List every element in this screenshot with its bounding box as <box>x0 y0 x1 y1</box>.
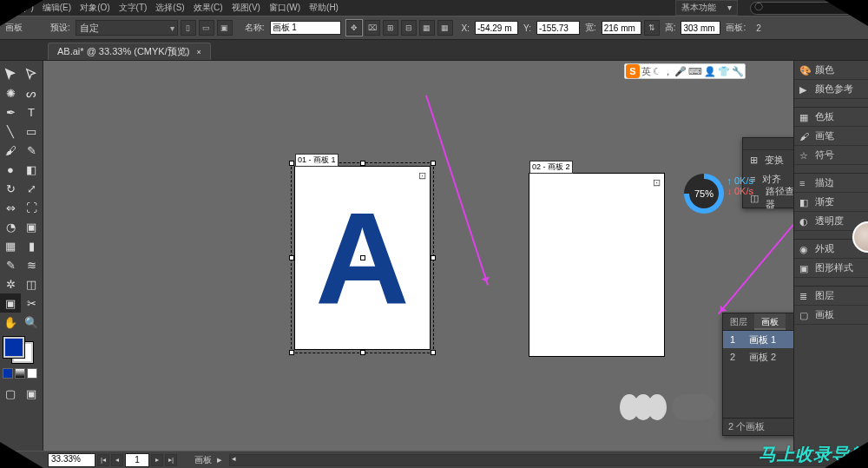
new-artboard-button[interactable]: ▣ <box>217 20 233 36</box>
artboard-2[interactable]: 02 - 画板 2 ⊡ <box>529 174 664 356</box>
panel-header[interactable]: ◂◂ × <box>743 138 793 150</box>
swatch-color[interactable] <box>3 368 13 379</box>
artboards-panel[interactable]: 图层 画板 ▸≡ 1 画板 1 ▫ 2 画板 2 ▫ <box>722 313 793 436</box>
eraser-tool[interactable]: ◧ <box>21 160 42 179</box>
line-tool[interactable]: ╲ <box>0 122 21 141</box>
align-center-button[interactable]: ⊞ <box>383 20 398 36</box>
grid-toggle-1[interactable]: ▦ <box>419 20 435 36</box>
menu-window[interactable]: 窗口(W) <box>269 2 300 14</box>
selection-tool[interactable] <box>0 64 21 83</box>
ime-skin-icon[interactable]: 👕 <box>718 66 730 77</box>
ime-keyboard-icon[interactable]: ⌨ <box>688 66 702 77</box>
perspective-tool[interactable]: ▣ <box>21 217 42 236</box>
nav-first-button[interactable]: |◂ <box>97 454 109 466</box>
panel-layers[interactable]: ≣图层 <box>794 287 868 306</box>
panel-swatches[interactable]: ▦色板 <box>794 108 868 127</box>
lasso-tool[interactable]: ᔕ <box>21 83 42 102</box>
panel-symbols[interactable]: ☆符号 <box>794 146 868 165</box>
nav-next-button[interactable]: ▸ <box>151 454 163 466</box>
ime-comma-icon[interactable]: ， <box>663 65 673 78</box>
resize-handle[interactable] <box>431 255 436 260</box>
orient-landscape-button[interactable]: ▭ <box>199 20 214 36</box>
rectangle-tool[interactable]: ▭ <box>21 122 42 141</box>
ime-toolbar[interactable]: S 英 ☾ ， 🎤 ⌨ 👤 👕 🔧 <box>624 63 746 79</box>
close-tab-icon[interactable]: × <box>196 48 201 56</box>
panel-color-guide[interactable]: ▶颜色参考 <box>794 80 868 99</box>
rotate-tool[interactable]: ↻ <box>0 179 21 198</box>
menu-object[interactable]: 对象(O) <box>80 2 109 14</box>
resize-handle[interactable] <box>360 161 365 166</box>
blend-tool[interactable]: ≋ <box>21 255 42 274</box>
pen-tool[interactable]: ✒ <box>0 102 21 122</box>
hand-tool[interactable]: ✋ <box>0 313 21 332</box>
w-input[interactable]: 216 mm <box>602 21 641 35</box>
align-left-button[interactable]: ⌧ <box>365 20 380 36</box>
symbol-sprayer-tool[interactable]: ✲ <box>0 274 21 293</box>
panel-item-transform[interactable]: ⊞变换 <box>743 150 793 169</box>
ime-tool-icon[interactable]: 🔧 <box>732 66 744 77</box>
preset-select[interactable]: 自定 <box>76 20 178 36</box>
screen-mode-button[interactable]: ▢ <box>0 384 21 403</box>
artboard-row-1[interactable]: 1 画板 1 ▫ <box>723 331 793 348</box>
slice-tool[interactable]: ✂ <box>21 293 42 313</box>
menu-edit[interactable]: 编辑(E) <box>43 2 71 14</box>
panel-artboards[interactable]: ▢画板 <box>794 306 868 325</box>
workspace-switcher[interactable]: 基本功能 ▾ <box>675 0 738 16</box>
nav-last-button[interactable]: ▸| <box>165 454 177 466</box>
resize-handle[interactable] <box>360 350 365 355</box>
resize-handle[interactable] <box>431 350 436 355</box>
paintbrush-tool[interactable]: 🖌 <box>0 141 21 160</box>
fill-stroke-colors[interactable] <box>3 337 33 363</box>
transform-panel[interactable]: ◂◂ × ⊞变换 ≡对齐 ◫路径查找器 <box>742 137 793 208</box>
ime-user-icon[interactable]: 👤 <box>704 66 716 77</box>
orient-portrait-button[interactable]: ▯ <box>181 20 196 36</box>
artboard-row-2[interactable]: 2 画板 2 ▫ <box>723 348 793 366</box>
h-input[interactable]: 303 mm <box>681 21 720 35</box>
artboard-tool[interactable]: ▣ <box>0 293 21 313</box>
panel-brushes[interactable]: 🖌画笔 <box>794 127 868 146</box>
artboard-name-input[interactable]: 画板 1 <box>270 21 341 35</box>
eyedropper-tool[interactable]: ✎ <box>0 255 21 274</box>
swatch-gradient[interactable] <box>15 368 25 379</box>
direct-selection-tool[interactable] <box>21 64 42 83</box>
ime-moon-icon[interactable]: ☾ <box>653 66 661 77</box>
document-tab[interactable]: AB.ai* @ 33.33% (CMYK/预览) × <box>48 43 211 60</box>
panel-color[interactable]: 🎨颜色 <box>794 61 868 80</box>
mesh-tool[interactable]: ▦ <box>0 236 21 255</box>
pencil-tool[interactable]: ✎ <box>21 141 42 160</box>
fill-color[interactable] <box>3 337 24 358</box>
menu-effect[interactable]: 效果(C) <box>194 2 223 14</box>
artboard-nav-input[interactable]: 1 <box>125 453 149 467</box>
zoom-tool[interactable]: 🔍 <box>21 313 42 332</box>
change-screen-button[interactable]: ▣ <box>21 384 42 403</box>
artboard-2-options-icon[interactable]: ⊡ <box>653 177 661 188</box>
blob-brush-tool[interactable]: ● <box>0 160 21 179</box>
y-input[interactable]: -155.73 <box>536 21 580 35</box>
menu-view[interactable]: 视图(V) <box>232 2 260 14</box>
menu-select[interactable]: 选择(S) <box>155 2 184 14</box>
panel-gradient[interactable]: ◧渐变 <box>794 193 868 212</box>
canvas[interactable]: S 英 ☾ ， 🎤 ⌨ 👤 👕 🔧 01 - 画板 1 ⊡ A <box>43 61 793 451</box>
tab-layers[interactable]: 图层 <box>723 313 754 330</box>
nav-prev-button[interactable]: ◂ <box>111 454 123 466</box>
width-tool[interactable]: ⇔ <box>0 198 21 217</box>
free-transform-tool[interactable]: ⛶ <box>21 198 42 217</box>
link-wh-button[interactable]: ⇅ <box>644 20 660 36</box>
artboard-1[interactable]: 01 - 画板 1 ⊡ A <box>295 167 430 349</box>
gradient-tool[interactable]: ▮ <box>21 236 42 255</box>
resize-handle[interactable] <box>431 161 436 166</box>
move-copy-toggle[interactable]: ✥ <box>346 20 362 36</box>
type-tool[interactable]: T <box>21 102 42 122</box>
zoom-input[interactable]: 33.33% <box>48 453 95 467</box>
artboard-1-options-icon[interactable]: ⊡ <box>418 170 426 181</box>
resize-handle[interactable] <box>289 350 294 355</box>
menu-help[interactable]: 帮助(H) <box>309 2 339 14</box>
ime-mic-icon[interactable]: 🎤 <box>674 66 687 77</box>
center-handle[interactable] <box>360 255 365 260</box>
ime-lang[interactable]: 英 <box>641 65 651 78</box>
align-right-button[interactable]: ⊟ <box>401 20 417 36</box>
x-input[interactable]: -54.29 m <box>475 21 518 35</box>
panel-stroke[interactable]: ≡描边 <box>794 174 868 193</box>
swatch-none[interactable] <box>27 368 37 379</box>
magic-wand-tool[interactable]: ✺ <box>0 83 21 102</box>
